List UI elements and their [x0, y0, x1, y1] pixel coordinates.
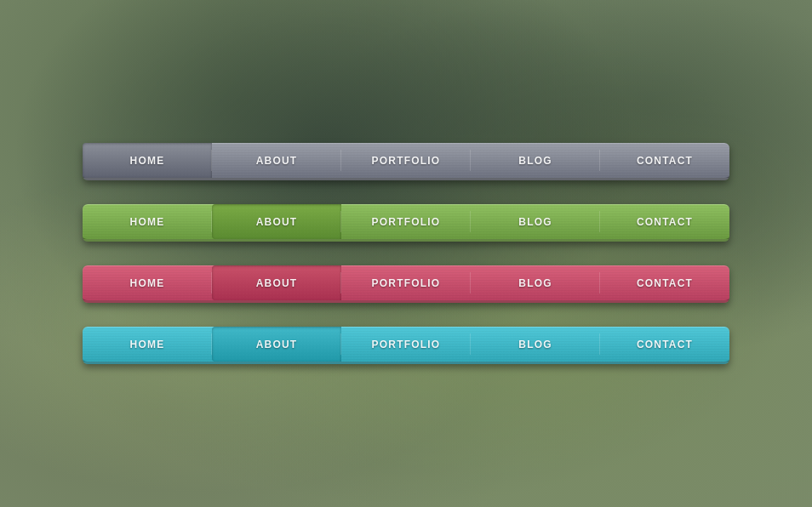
nav-grey-contact[interactable]: CONTACT	[600, 143, 729, 178]
nav-teal-blog[interactable]: BLOG	[471, 327, 600, 362]
main-content: HOME ABOUT PORTFOLIO BLOG CONTACT HOME A…	[0, 0, 812, 507]
nav-pink-about[interactable]: ABOUT	[212, 265, 341, 300]
nav-grey-portfolio[interactable]: PORTFOLIO	[341, 143, 471, 178]
nav-green-blog[interactable]: BLOG	[471, 204, 600, 239]
nav-pink-home[interactable]: HOME	[83, 265, 212, 300]
nav-grey-blog[interactable]: BLOG	[471, 143, 600, 178]
nav-teal-home[interactable]: HOME	[83, 327, 212, 362]
nav-pink-contact[interactable]: CONTACT	[600, 265, 729, 300]
nav-pink-blog[interactable]: BLOG	[471, 265, 600, 300]
navbar-pink: HOME ABOUT PORTFOLIO BLOG CONTACT	[83, 265, 729, 303]
nav-green-home[interactable]: HOME	[83, 204, 212, 239]
nav-grey-home[interactable]: HOME	[83, 143, 212, 178]
nav-green-about[interactable]: ABOUT	[212, 204, 341, 239]
nav-teal-portfolio[interactable]: PORTFOLIO	[341, 327, 471, 362]
navbar-green: HOME ABOUT PORTFOLIO BLOG CONTACT	[83, 204, 729, 242]
nav-green-contact[interactable]: CONTACT	[600, 204, 729, 239]
navbar-teal: HOME ABOUT PORTFOLIO BLOG CONTACT	[83, 327, 729, 364]
nav-grey-about[interactable]: ABOUT	[212, 143, 341, 178]
navbar-grey: HOME ABOUT PORTFOLIO BLOG CONTACT	[83, 143, 729, 180]
nav-pink-portfolio[interactable]: PORTFOLIO	[341, 265, 471, 300]
nav-teal-contact[interactable]: CONTACT	[600, 327, 729, 362]
nav-green-portfolio[interactable]: PORTFOLIO	[341, 204, 471, 239]
nav-teal-about[interactable]: ABOUT	[212, 327, 341, 362]
